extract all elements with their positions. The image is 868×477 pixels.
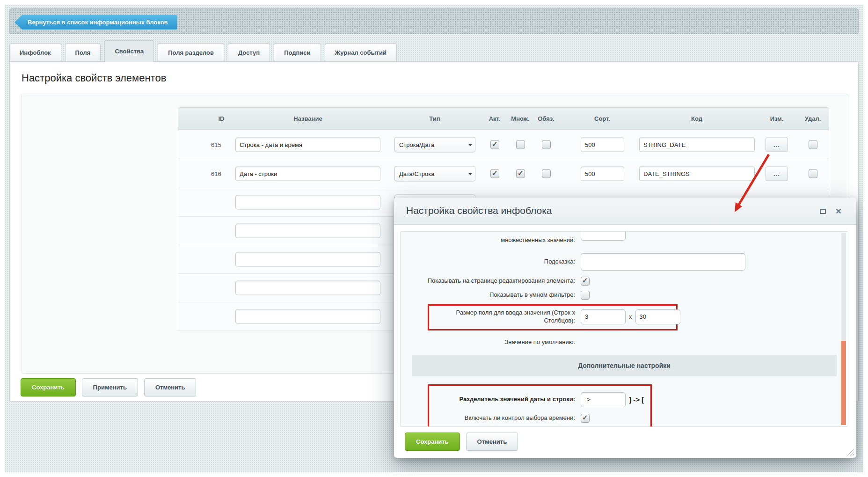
table-row: 615 Строка/Дата ... (178, 130, 829, 159)
tab-section-fields[interactable]: Поля разделов (158, 44, 224, 62)
dialog-scrollbar-thumb[interactable] (841, 341, 846, 425)
col-header-sort: Сорт. (594, 115, 610, 122)
dialog-form-area: множественных значений: Подсказка: Показ… (400, 231, 848, 427)
tab-fields[interactable]: Поля (65, 44, 101, 62)
field-size-rows-input[interactable] (581, 309, 626, 324)
property-type-select[interactable]: Строка/Дата (394, 137, 475, 152)
multiple-checkbox[interactable] (516, 140, 525, 149)
col-header-name: Название (293, 115, 322, 122)
tab-bar: Инфоблок Поля Свойства Поля разделов Дос… (9, 40, 397, 62)
hint-input[interactable] (581, 253, 745, 271)
edit-property-button[interactable]: ... (766, 137, 788, 152)
size-separator: x (629, 313, 632, 320)
code-input[interactable] (639, 166, 755, 181)
property-name-input[interactable] (235, 224, 380, 238)
chevron-down-icon (468, 144, 472, 146)
back-to-list-button[interactable]: Вернуться в список информационных блоков (15, 15, 177, 29)
col-header-active: Акт. (489, 115, 501, 122)
property-type-select[interactable]: Дата/Строка (394, 166, 475, 181)
col-header-delete: Удал. (805, 115, 821, 122)
delete-checkbox[interactable] (809, 169, 817, 178)
maximize-icon[interactable] (818, 207, 827, 216)
active-checkbox[interactable] (490, 169, 499, 178)
multiple-values-input[interactable] (581, 231, 626, 241)
property-name-input[interactable] (235, 252, 380, 267)
table-header-row: ID Название Тип Акт. Множ. Обяз. Сорт. К… (178, 107, 829, 130)
property-settings-dialog: Настройка свойства инфоблока ✕ множестве… (394, 198, 856, 458)
col-header-id: ID (219, 115, 225, 122)
close-icon[interactable]: ✕ (834, 207, 843, 216)
field-size-highlight-box: Размер поля для ввода значения (Строк х … (428, 304, 678, 330)
dialog-cancel-button[interactable]: Отменить (466, 433, 518, 451)
property-name-input[interactable] (235, 281, 380, 295)
tab-infoblock[interactable]: Инфоблок (9, 44, 61, 62)
time-control-row: Включать ли контрол выбора времени: (429, 414, 650, 423)
table-row: 616 Дата/Строка ... (178, 159, 829, 188)
tab-properties[interactable]: Свойства (104, 40, 154, 62)
show-on-edit-label: Показывать на странице редактирования эл… (401, 277, 581, 285)
code-input[interactable] (639, 137, 755, 152)
smart-filter-checkbox[interactable] (581, 291, 590, 300)
col-header-code: Код (691, 115, 702, 122)
separator-suffix: ] -> [ (629, 396, 644, 404)
separator-row: Разделитель значений даты и строки: ] ->… (429, 392, 650, 407)
field-size-row: Размер поля для ввода значения (Строк х … (429, 309, 676, 325)
multiple-values-label: множественных значений: (401, 236, 581, 244)
hint-row: Подсказка: (401, 253, 848, 271)
time-control-label: Включать ли контрол выбора времени: (429, 414, 581, 422)
dialog-scrollbar-track[interactable] (841, 233, 846, 425)
property-type-value: Строка/Дата (399, 141, 434, 148)
field-size-label: Размер поля для ввода значения (Строк х … (429, 309, 581, 325)
dialog-save-button[interactable]: Сохранить (405, 433, 460, 451)
dialog-titlebar[interactable]: Настройка свойства инфоблока ✕ (394, 198, 856, 225)
resize-grip[interactable] (847, 448, 854, 455)
col-header-required: Обяз. (538, 115, 554, 122)
col-header-type: Тип (429, 115, 440, 122)
form-footer: Сохранить Применить Отменить (21, 378, 196, 396)
required-checkbox[interactable] (542, 169, 551, 178)
col-header-multiple: Множ. (511, 115, 529, 122)
property-name-input[interactable] (235, 195, 380, 210)
field-size-cols-input[interactable] (635, 309, 680, 324)
smart-filter-row: Показывать в умном фильтре: (401, 291, 848, 300)
row-id: 616 (211, 170, 232, 177)
page-title: Настройка свойств элементов (22, 72, 166, 84)
multiple-checkbox[interactable] (516, 169, 525, 178)
additional-settings-header: Дополнительные настройки (412, 355, 837, 376)
chevron-down-icon (468, 173, 472, 175)
show-on-edit-checkbox[interactable] (581, 277, 590, 286)
active-checkbox[interactable] (490, 140, 499, 149)
show-on-edit-row: Показывать на странице редактирования эл… (401, 277, 848, 286)
page-background: Вернуться в список информационных блоков… (5, 5, 863, 472)
edit-property-button[interactable]: ... (766, 166, 788, 181)
apply-button[interactable]: Применить (82, 378, 138, 396)
dialog-footer: Сохранить Отменить (405, 433, 518, 451)
date-string-settings-highlight-box: Разделитель значений даты и строки: ] ->… (428, 384, 652, 427)
smart-filter-label: Показывать в умном фильтре: (401, 291, 581, 299)
multiple-values-row: множественных значений: (401, 234, 848, 247)
default-value-row: Значение по умолчанию: (401, 338, 848, 346)
dialog-title: Настройка свойства инфоблока (406, 205, 552, 216)
separator-label: Разделитель значений даты и строки: (429, 396, 581, 404)
hint-label: Подсказка: (401, 258, 581, 266)
save-button[interactable]: Сохранить (21, 378, 76, 396)
required-checkbox[interactable] (542, 140, 551, 149)
tab-access[interactable]: Доступ (228, 44, 270, 62)
delete-checkbox[interactable] (809, 140, 817, 149)
cancel-button[interactable]: Отменить (144, 378, 197, 396)
property-name-input[interactable] (235, 166, 380, 181)
default-value-label: Значение по умолчанию: (401, 338, 581, 346)
property-type-value: Дата/Строка (399, 170, 434, 177)
col-header-edit: Изм. (770, 115, 784, 122)
property-name-input[interactable] (235, 137, 380, 152)
row-id: 615 (211, 141, 232, 148)
separator-input[interactable] (581, 392, 626, 407)
time-control-checkbox[interactable] (581, 414, 590, 423)
tab-captions[interactable]: Подписи (274, 44, 321, 62)
property-name-input[interactable] (235, 309, 380, 323)
sort-input[interactable] (581, 166, 624, 181)
tab-event-log[interactable]: Журнал событий (325, 44, 397, 62)
sort-input[interactable] (581, 137, 624, 152)
top-toolbar: Вернуться в список информационных блоков (9, 8, 859, 34)
